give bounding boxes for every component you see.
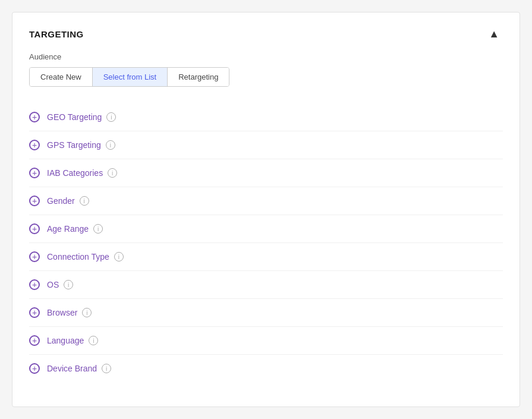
audience-label: Audience (29, 52, 503, 61)
geo-targeting-info-icon[interactable]: i (106, 112, 116, 122)
iab-categories-add-icon[interactable]: + (29, 168, 40, 178)
os-add-icon[interactable]: + (29, 279, 40, 290)
targeting-item-connection-type: + Connection Type i (29, 243, 503, 271)
gender-add-icon[interactable]: + (29, 196, 40, 206)
section-header: TARGETING ▲ (29, 27, 503, 42)
language-label: Language (47, 336, 84, 345)
age-range-label: Age Range (47, 224, 89, 234)
targeting-item-geo: + GEO Targeting i (29, 103, 503, 131)
section-title: TARGETING (29, 29, 84, 39)
targeting-item-browser: + Browser i (29, 299, 503, 327)
os-info-icon[interactable]: i (64, 280, 73, 289)
targeting-list: + GEO Targeting i + GPS Targeting i + IA… (29, 103, 503, 382)
tab-select-from-list[interactable]: Select from List (93, 68, 168, 86)
gps-targeting-label: GPS Targeting (47, 140, 101, 150)
connection-type-add-icon[interactable]: + (29, 251, 40, 262)
connection-type-info-icon[interactable]: i (114, 252, 124, 262)
tab-retargeting[interactable]: Retargeting (168, 68, 229, 86)
geo-targeting-label: GEO Targeting (47, 112, 102, 122)
age-range-add-icon[interactable]: + (29, 223, 40, 234)
collapse-button[interactable]: ▲ (485, 27, 503, 42)
device-brand-add-icon[interactable]: + (29, 363, 40, 374)
gps-targeting-info-icon[interactable]: i (106, 140, 115, 150)
targeting-item-os: + OS i (29, 271, 503, 299)
gender-info-icon[interactable]: i (80, 196, 89, 206)
device-brand-label: Device Brand (47, 364, 97, 373)
language-add-icon[interactable]: + (29, 335, 40, 346)
targeting-item-language: + Language i (29, 327, 503, 355)
audience-tab-group: Create New Select from List Retargeting (29, 67, 229, 87)
gps-targeting-add-icon[interactable]: + (29, 140, 40, 150)
gender-label: Gender (47, 196, 75, 206)
targeting-item-device-brand: + Device Brand i (29, 355, 503, 382)
device-brand-info-icon[interactable]: i (102, 364, 111, 373)
os-label: OS (47, 280, 59, 289)
browser-add-icon[interactable]: + (29, 307, 40, 318)
targeting-item-gender: + Gender i (29, 187, 503, 215)
browser-info-icon[interactable]: i (82, 308, 92, 317)
iab-categories-info-icon[interactable]: i (108, 168, 117, 178)
targeting-panel: TARGETING ▲ Audience Create New Select f… (12, 12, 520, 407)
targeting-item-gps: + GPS Targeting i (29, 131, 503, 159)
tab-create-new[interactable]: Create New (30, 68, 93, 86)
language-info-icon[interactable]: i (89, 336, 98, 345)
geo-targeting-add-icon[interactable]: + (29, 112, 40, 122)
iab-categories-label: IAB Categories (47, 168, 103, 178)
targeting-item-age-range: + Age Range i (29, 215, 503, 243)
targeting-item-iab: + IAB Categories i (29, 159, 503, 187)
browser-label: Browser (47, 308, 77, 317)
age-range-info-icon[interactable]: i (93, 224, 103, 234)
connection-type-label: Connection Type (47, 252, 109, 262)
